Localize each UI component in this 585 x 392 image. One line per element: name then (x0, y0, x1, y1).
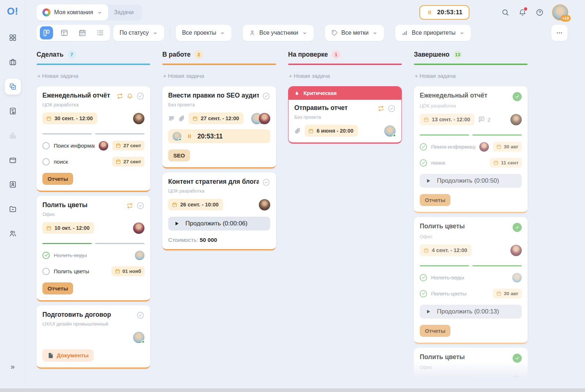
task-title: Подготовить договор (42, 311, 133, 319)
task-card[interactable]: Внести правки по SEO аудиту Без проекта … (162, 86, 276, 168)
filter-priorities-dropdown[interactable]: Все приоритеты (395, 25, 471, 41)
check-icon (421, 275, 426, 280)
checklist-toggle[interactable] (42, 252, 50, 259)
sidebar-item-files[interactable] (5, 201, 21, 217)
sidebar-item-wallet[interactable] (5, 152, 21, 168)
assignee-avatar (510, 376, 522, 380)
checklist-toggle[interactable] (420, 143, 427, 151)
completed-check-icon[interactable] (513, 354, 522, 363)
sidebar-item-contacts[interactable] (5, 176, 21, 193)
group-by-dropdown[interactable]: По статусу (113, 25, 164, 41)
complete-check-icon[interactable] (136, 202, 144, 210)
tag-icon (331, 30, 338, 36)
user-avatar[interactable]: +10 (553, 5, 567, 20)
board-toolbar: По статусу Все проекты Все участники Все… (26, 23, 585, 41)
calendar-icon (493, 160, 499, 165)
group-by-label: По статусу (120, 30, 149, 36)
company-selector[interactable]: Моя компания (37, 4, 108, 20)
resume-timer-button[interactable]: Продолжить (0:00:06) (168, 217, 270, 231)
repeat-icon (378, 105, 384, 112)
sidebar-item-statistics[interactable] (5, 128, 21, 144)
check-icon (514, 355, 520, 361)
column-title: Сделать (37, 51, 64, 58)
complete-check-icon[interactable] (136, 92, 144, 100)
notifications-button[interactable] (518, 8, 526, 16)
add-task-button[interactable]: + Новая задача (289, 73, 402, 79)
checklist-progress (42, 133, 144, 134)
calendar-icon (78, 29, 86, 37)
complete-check-icon[interactable] (262, 178, 270, 186)
completed-check-icon[interactable] (513, 92, 522, 101)
view-list-button[interactable] (94, 26, 107, 39)
complete-check-icon[interactable] (388, 104, 396, 113)
checklist-date-chip: 27 сент (112, 157, 144, 167)
checklist-item: Поиск информац... 27 сент (42, 141, 144, 151)
filter-labels-label: Все метки (341, 30, 369, 36)
checklist-progress (420, 265, 522, 266)
add-task-button[interactable]: + Новая задача (163, 73, 276, 79)
checklist-toggle[interactable] (42, 268, 50, 275)
calendar-icon (115, 269, 120, 274)
sidebar-item-dashboard[interactable] (5, 30, 21, 46)
tab-tasks[interactable]: Задачи (103, 4, 143, 20)
checklist-toggle[interactable] (42, 158, 50, 165)
task-title: Еженедельный отчёт (42, 92, 113, 99)
filter-members-dropdown[interactable]: Все участники (243, 25, 313, 41)
column-title: Завершено (414, 51, 449, 58)
chevron-down-icon (97, 10, 102, 15)
task-project: Без проекта (168, 102, 270, 107)
team-icon (9, 229, 17, 237)
resume-timer-button[interactable]: Продолжить (0:00:13) (420, 305, 522, 319)
task-card[interactable]: Подготовить договор UX/UI дизайн промышл… (37, 305, 150, 369)
column-review: На проверке 1 + Новая задача Критическая… (288, 50, 402, 148)
add-task-button[interactable]: + Новая задача (37, 73, 150, 79)
task-card[interactable]: Контент стратегия для блога ЦОК разработ… (162, 172, 276, 250)
task-card[interactable]: Полить цветы Офис 10 окт. - 12:00 (37, 196, 150, 301)
board-more-button[interactable] (551, 25, 567, 41)
checklist-toggle[interactable] (42, 142, 50, 149)
task-card[interactable]: Полить цветы Офис 4 сент. - 12:00 (414, 217, 528, 344)
resume-timer-button[interactable]: Продолжить (0:00:50) (420, 174, 522, 188)
window-bottom-edge (0, 388, 585, 392)
task-label: Документы (42, 349, 94, 362)
filter-projects-dropdown[interactable]: Все проекты (176, 25, 231, 41)
completed-check-icon[interactable] (513, 223, 522, 232)
sidebar-expand-button[interactable]: » (0, 362, 26, 371)
view-kanban-button[interactable] (40, 26, 53, 39)
column-color-bar (162, 64, 276, 65)
task-timer[interactable]: 20:53:11 (168, 129, 270, 143)
task-title: Полить цветы (420, 353, 509, 361)
task-card[interactable]: Еженедельный отчёт ЦОК разработка 30 сен… (37, 86, 150, 192)
search-button[interactable] (501, 8, 509, 16)
check-icon (514, 94, 520, 99)
view-table-button[interactable] (58, 26, 71, 39)
assignee-avatar (384, 125, 396, 137)
checklist-date-chip: 30 авг (493, 289, 522, 298)
sidebar-item-projects[interactable] (5, 54, 21, 70)
filter-priorities-label: Все приоритеты (412, 30, 456, 36)
filter-members-label: Все участники (259, 30, 298, 36)
view-calendar-button[interactable] (76, 26, 89, 39)
sidebar-item-team[interactable] (5, 225, 21, 241)
checklist-toggle[interactable] (420, 274, 427, 281)
checklist-item: Налить воды (420, 273, 522, 282)
timer-value: 20:53:11 (197, 133, 223, 140)
add-task-button[interactable]: + Новая задача (415, 73, 528, 79)
global-timer[interactable]: 20:53:11 (419, 5, 469, 20)
online-dot (393, 134, 396, 137)
task-card-critical[interactable]: Критическая Отправить отчет Без проекта (288, 86, 402, 144)
due-date-chip: 4 сент. - 12:00 (420, 244, 472, 256)
sidebar-item-tasks[interactable] (5, 79, 21, 95)
pause-icon (426, 9, 433, 16)
checklist-date-chip: 27 сент (112, 141, 144, 151)
checklist-toggle[interactable] (420, 159, 427, 167)
task-card[interactable]: Полить цветы Офис 10 мая - 12:00 (414, 348, 528, 380)
sidebar-item-documents[interactable] (5, 103, 21, 119)
assignee-avatar (510, 114, 522, 125)
task-card[interactable]: Еженедельный отчёт ЦОК разработка 13 сен… (414, 86, 528, 213)
help-button[interactable] (536, 8, 544, 16)
complete-check-icon[interactable] (262, 92, 270, 100)
filter-labels-dropdown[interactable]: Все метки (325, 25, 384, 41)
checklist-toggle[interactable] (420, 290, 427, 297)
complete-check-icon[interactable] (136, 311, 144, 319)
